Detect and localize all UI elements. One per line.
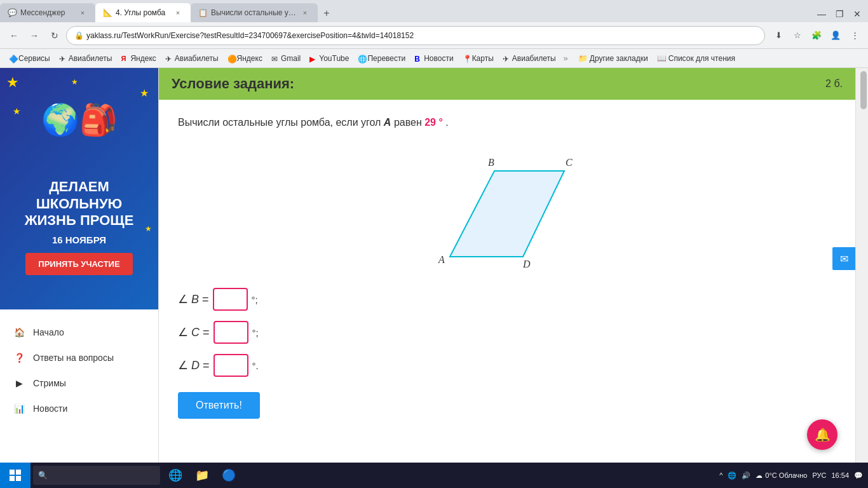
nav-home-label: Начало	[33, 327, 64, 337]
edge-icon: 🌐	[168, 468, 182, 482]
bookmark-translate-label: Перевести	[367, 54, 405, 63]
bookmark-youtube[interactable]: ▶ YouTube	[306, 53, 353, 64]
angle-c-input[interactable]	[214, 321, 248, 344]
bookmark-reading-label: Список для чтения	[668, 54, 735, 63]
nav-streams[interactable]: ▶ Стримы	[0, 370, 158, 396]
tray-arrow[interactable]: ^	[719, 471, 722, 479]
tab3-close[interactable]: ×	[300, 8, 310, 18]
minimize-button[interactable]: —	[813, 6, 830, 22]
vertex-d-label: D	[522, 259, 531, 269]
menu-icon[interactable]: ⋮	[846, 27, 863, 44]
bookmark-services[interactable]: 🔷 Сервисы	[5, 53, 54, 64]
bookmark-avia2[interactable]: ✈ Авиабилеты	[161, 53, 222, 64]
tab3-title: Вычисли остальные углы ромб...	[211, 8, 296, 17]
start-button[interactable]	[0, 463, 31, 488]
profile-icon[interactable]: 👤	[827, 27, 844, 44]
mail-button[interactable]: ✉	[832, 247, 855, 270]
bookmark-avia3[interactable]: ✈ Авиабилеты	[499, 53, 560, 64]
nav-news-label: Новости	[33, 403, 67, 414]
task-text-end: .	[445, 117, 448, 128]
svg-rect-3	[16, 476, 21, 481]
taskbar-chrome[interactable]: 🔵	[216, 463, 241, 488]
nav-streams-label: Стримы	[33, 378, 66, 388]
bookmark-maps[interactable]: 📍 Карты	[459, 53, 498, 64]
bookmark-reading[interactable]: 📖 Список для чтения	[653, 53, 739, 64]
tab2-close[interactable]: ×	[173, 8, 183, 18]
bookmark-yandex2[interactable]: 🟠 Яндекс	[224, 53, 266, 64]
bookmark-avia2-label: Авиабилеты	[175, 54, 219, 63]
taskbar-time: 16:54	[831, 471, 849, 479]
bookmark-star-icon[interactable]: ☆	[789, 27, 806, 44]
notification-button[interactable]: 🔔	[807, 419, 837, 450]
bookmark-yandex2-label: Яндекс	[237, 54, 262, 63]
taskbar-files[interactable]: 📁	[189, 463, 215, 488]
scrollbar-thumb[interactable]	[860, 71, 867, 109]
new-tab-button[interactable]: +	[318, 4, 336, 22]
ad-illustration: 🌍🎒	[41, 102, 118, 138]
files-icon: 📁	[195, 468, 209, 482]
restore-button[interactable]: ❐	[831, 6, 848, 22]
address-input[interactable]: 🔒 yaklass.ru/TestWorkRun/Exercise?testRe…	[66, 26, 765, 45]
weather-text: 0°C Облачно	[765, 471, 807, 479]
download-icon[interactable]: ⬇	[770, 27, 787, 44]
reload-button[interactable]: ↻	[46, 27, 64, 44]
angle-c-row: ∠ C = °;	[178, 321, 836, 344]
bookmark-services-label: Сервисы	[18, 54, 50, 63]
nav-home[interactable]: 🏠 Начало	[0, 320, 158, 345]
ad-participate-button[interactable]: ПРИНЯТЬ УЧАСТИЕ	[25, 253, 132, 275]
address-text: yaklass.ru/TestWorkRun/Exercise?testResu…	[86, 31, 414, 40]
star1-icon: ★	[6, 74, 19, 91]
taskbar: 🔍 🌐 📁 🔵 ^ 🌐 🔊 ☁ 0°C Облачно РУС 16:54 💬	[0, 463, 868, 488]
condition-title: Условие задания:	[172, 76, 294, 92]
angle-b-row: ∠ B = °;	[178, 288, 836, 311]
bookmark-news[interactable]: В Новости	[410, 53, 457, 64]
vertex-c-label: C	[566, 157, 573, 168]
ad-date: 16 НОЯБРЯ	[52, 234, 106, 245]
sidebar-ad: ★ ★ ★ ★ ★ 🌍🎒 ДЕЛАЕМ ШКОЛЬНУЮ ЖИЗНЬ ПРОЩЕ…	[0, 68, 158, 309]
extensions-icon[interactable]: 🧩	[808, 27, 825, 44]
exercise-text: Вычисли остальные углы ромба, если угол …	[178, 115, 836, 130]
angle-c-label: ∠ C =	[178, 325, 210, 339]
bookmarks-overflow[interactable]: »	[561, 53, 571, 63]
bookmark-avia1[interactable]: ✈ Авиабилеты	[55, 53, 116, 64]
scrollbar-panel[interactable]	[855, 68, 868, 463]
tab3-favicon: 📋	[198, 8, 207, 17]
tab-messenger[interactable]: 💬 Мессенджер ×	[0, 3, 95, 22]
tab1-close[interactable]: ×	[78, 8, 88, 18]
svg-rect-0	[10, 470, 15, 475]
bookmark-gmail[interactable]: ✉ Gmail	[268, 53, 304, 64]
tab1-title: Мессенджер	[20, 8, 74, 17]
close-button[interactable]: ✕	[849, 6, 865, 22]
notification-center-icon[interactable]: 💬	[854, 471, 863, 480]
volume-icon: 🔊	[742, 471, 750, 480]
svg-rect-1	[16, 470, 21, 475]
angle-b-input[interactable]	[213, 288, 248, 311]
youtube-favicon: ▶	[309, 55, 317, 62]
bookmark-maps-label: Карты	[472, 54, 494, 63]
bookmark-other[interactable]: 📁 Другие закладки	[574, 53, 652, 64]
angle-d-input[interactable]	[214, 354, 248, 377]
tab-angles[interactable]: 📐 4. Углы ромба ×	[95, 3, 191, 22]
angle-value-a: 29	[424, 117, 436, 128]
bookmark-translate[interactable]: 🌐 Перевести	[354, 53, 409, 64]
tab-exercise[interactable]: 📋 Вычисли остальные углы ромб... ×	[191, 3, 318, 22]
other-favicon: 📁	[578, 54, 588, 63]
windows-icon	[9, 469, 22, 482]
bookmark-news-label: Новости	[424, 54, 453, 63]
bookmarks-bar: 🔷 Сервисы ✈ Авиабилеты Я Яндекс ✈ Авиаби…	[0, 49, 868, 68]
nav-answers[interactable]: ❓ Ответы на вопросы	[0, 345, 158, 370]
angle-d-label: ∠ D =	[178, 358, 210, 372]
bookmark-yandex[interactable]: Я Яндекс	[117, 53, 159, 64]
window-controls: — ❐ ✕	[811, 6, 868, 22]
address-icons: ⬇ ☆ 🧩 👤 ⋮	[770, 27, 863, 44]
star3-icon: ★	[13, 106, 21, 116]
submit-button[interactable]: Ответить!	[178, 392, 260, 419]
address-bar: ← → ↻ 🔒 yaklass.ru/TestWorkRun/Exercise?…	[0, 22, 868, 49]
forward-button[interactable]: →	[25, 27, 43, 44]
taskbar-edge[interactable]: 🌐	[163, 463, 188, 488]
back-button[interactable]: ←	[5, 27, 23, 44]
svg-rect-2	[10, 476, 15, 481]
rhombus-shape	[450, 171, 564, 257]
nav-news[interactable]: 📊 Новости	[0, 396, 158, 421]
taskbar-search[interactable]: 🔍	[33, 466, 160, 485]
